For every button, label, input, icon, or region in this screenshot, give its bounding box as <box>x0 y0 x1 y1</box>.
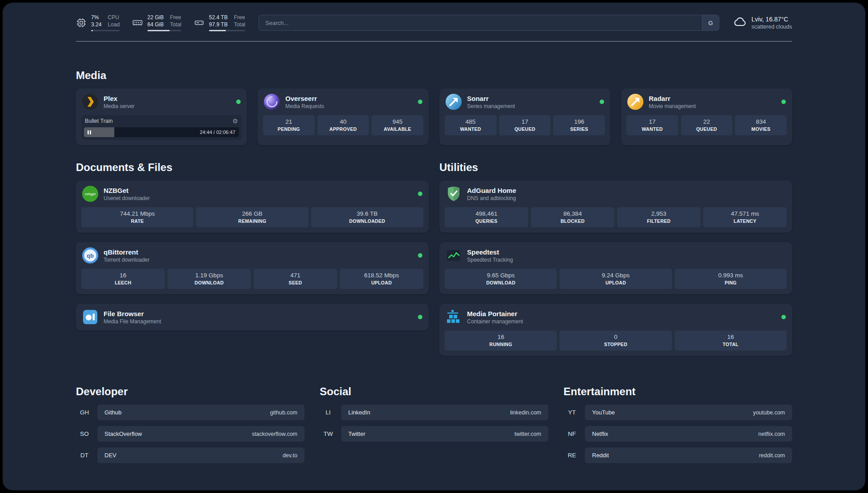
section-documents: Documents & Files nzbget <box>76 161 429 330</box>
bookmark-github[interactable]: GH Github github.com <box>76 405 305 420</box>
bookmark-domain: stackoverflow.com <box>252 431 297 437</box>
cpu-load-label: Load <box>108 21 120 28</box>
bookmark-abbr: TW <box>320 430 337 437</box>
bookmark-domain: youtube.com <box>753 409 785 416</box>
filebrowser-icon <box>82 309 98 325</box>
service-card-speedtest[interactable]: Speedtest Speedtest Tracking 9.65 Gbps D… <box>439 242 792 294</box>
cpu-stats: 7% CPU 3.24 Load <box>91 14 120 31</box>
adguard-icon <box>446 186 462 202</box>
ram-total: 64 GiB <box>147 21 164 28</box>
search-engine-button[interactable]: G <box>702 15 719 30</box>
bookmark-abbr: SO <box>76 430 93 437</box>
bookmark-domain: dev.to <box>283 452 297 459</box>
speedtest-icon <box>446 247 462 263</box>
disk-total: 97.9 TB <box>209 21 228 28</box>
system-monitors: 7% CPU 3.24 Load 22 <box>76 14 245 31</box>
bookmark-domain: github.com <box>270 409 297 416</box>
service-card-sonarr[interactable]: Sonarr Series management 485 WANTED 17 Q… <box>439 88 610 145</box>
service-card-nzbget[interactable]: nzbget NZBGet Usenet downloader 74 <box>76 180 429 233</box>
bookmark-stackoverflow[interactable]: SO StackOverflow stackoverflow.com <box>76 426 305 442</box>
status-dot <box>781 100 786 104</box>
disk-total-label: Total <box>234 21 245 28</box>
ram-stats: 22 GiB Free 64 GiB Total <box>147 14 181 31</box>
bookmark-dev[interactable]: DT DEV dev.to <box>76 447 305 463</box>
weather-location: Lviv, 16.87°C <box>751 16 792 23</box>
bookmark-linkedin[interactable]: LI LinkedIn linkedin.com <box>320 405 548 420</box>
search-bar: G <box>259 15 719 31</box>
disk-progress-bar <box>209 30 245 31</box>
stat-tile: 1.19 Gbps DOWNLOAD <box>167 269 251 289</box>
nzbget-icon: nzbget <box>82 186 98 202</box>
cpu-percent: 7% <box>91 14 101 21</box>
service-card-filebrowser[interactable]: File Browser Media File Management <box>76 304 429 330</box>
bookmark-name: StackOverflow <box>104 430 142 437</box>
bookmark-abbr: YT <box>563 409 580 416</box>
service-title: Overseerr <box>285 95 324 102</box>
header-divider <box>76 41 792 42</box>
pause-icon[interactable] <box>88 130 91 134</box>
service-subtitle: Media server <box>104 103 134 109</box>
bookmark-name: Github <box>104 409 121 416</box>
bookmark-name: Reddit <box>592 452 609 459</box>
disk-stats: 52.4 TB Free 97.9 TB Total <box>209 14 245 31</box>
bookmark-domain: linkedin.com <box>510 409 541 416</box>
playback-progress-bar[interactable]: 24:44 / 02:06:47 <box>84 127 239 137</box>
bookmark-domain: twitter.com <box>514 431 541 437</box>
service-title: Speedtest <box>467 248 513 256</box>
stat-tile: 618.52 Mbps UPLOAD <box>340 269 423 289</box>
ram-free: 22 GiB <box>147 14 164 21</box>
section-title-social: Social <box>320 385 548 398</box>
search-input[interactable] <box>259 15 719 31</box>
bookmark-youtube[interactable]: YT YouTube youtube.com <box>563 405 792 420</box>
service-title: File Browser <box>104 310 161 318</box>
stat-tile: 17 WANTED <box>626 115 678 135</box>
bookmark-abbr: GH <box>76 409 93 416</box>
ram-monitor: 22 GiB Free 64 GiB Total <box>132 14 181 31</box>
plex-now-playing: Bullet Train ⚙ 24:44 / 02:06:47 <box>81 115 242 140</box>
section-title-utilities: Utilities <box>439 161 792 174</box>
service-card-adguard[interactable]: AdGuard Home DNS and adblocking 498,461 … <box>439 180 792 233</box>
ram-progress-bar <box>147 30 181 31</box>
service-title: Plex <box>104 95 134 102</box>
bookmark-twitter[interactable]: TW Twitter twitter.com <box>320 426 548 442</box>
status-dot <box>418 315 422 319</box>
status-dot <box>418 253 422 258</box>
service-subtitle: Torrent downloader <box>104 257 150 263</box>
stat-tile: 834 MOVIES <box>735 115 787 135</box>
service-card-plex[interactable]: Plex Media server Bullet Train ⚙ <box>76 88 247 145</box>
bookmark-name: Netflix <box>592 430 608 437</box>
svg-text:nzbget: nzbget <box>85 192 96 196</box>
stat-tile: 945 AVAILABLE <box>371 115 423 135</box>
bookmark-netflix[interactable]: NF Netflix netflix.com <box>563 426 792 442</box>
service-card-radarr[interactable]: Radarr Movie management 17 WANTED 22 QUE… <box>621 88 792 145</box>
bookmark-abbr: DT <box>76 452 93 459</box>
cpu-label: CPU <box>108 14 120 21</box>
top-bar: 7% CPU 3.24 Load 22 <box>76 14 792 31</box>
section-media: Media Plex Media server <box>76 69 792 145</box>
bookmark-abbr: RE <box>563 452 580 459</box>
stat-tile: 196 SERIES <box>553 115 605 135</box>
status-dot <box>418 192 422 196</box>
service-title: Radarr <box>649 95 696 102</box>
section-title-media: Media <box>76 69 792 82</box>
bookmark-reddit[interactable]: RE Reddit reddit.com <box>563 447 792 463</box>
dashboard-page: 7% CPU 3.24 Load 22 <box>3 3 865 490</box>
stat-tile: 498,461 QUERIES <box>445 207 528 227</box>
service-card-portainer[interactable]: Media Portainer Container management 16 … <box>439 304 792 356</box>
overseerr-icon <box>264 94 280 110</box>
service-card-overseerr[interactable]: Overseerr Media Requests 21 PENDING 40 A… <box>258 88 429 145</box>
stat-tile: 16 LEECH <box>81 269 165 289</box>
service-subtitle: DNS and adblocking <box>467 195 516 201</box>
service-card-qbittorrent[interactable]: qb qBittorrent Torrent downloader <box>76 242 429 294</box>
playback-time: 24:44 / 02:06:47 <box>200 130 239 135</box>
weather-condition: scattered clouds <box>751 24 792 30</box>
portainer-icon <box>446 309 462 325</box>
disk-free-label: Free <box>234 14 245 21</box>
stat-tile: 744.21 Mbps RATE <box>81 207 193 227</box>
gear-icon[interactable]: ⚙ <box>232 117 238 125</box>
service-subtitle: Movie management <box>649 103 696 109</box>
stat-tile: 40 APPROVED <box>317 115 369 135</box>
service-subtitle: Media File Management <box>104 318 161 325</box>
weather-widget: Lviv, 16.87°C scattered clouds <box>733 15 792 31</box>
stat-tile: 0.993 ms PING <box>675 269 787 289</box>
